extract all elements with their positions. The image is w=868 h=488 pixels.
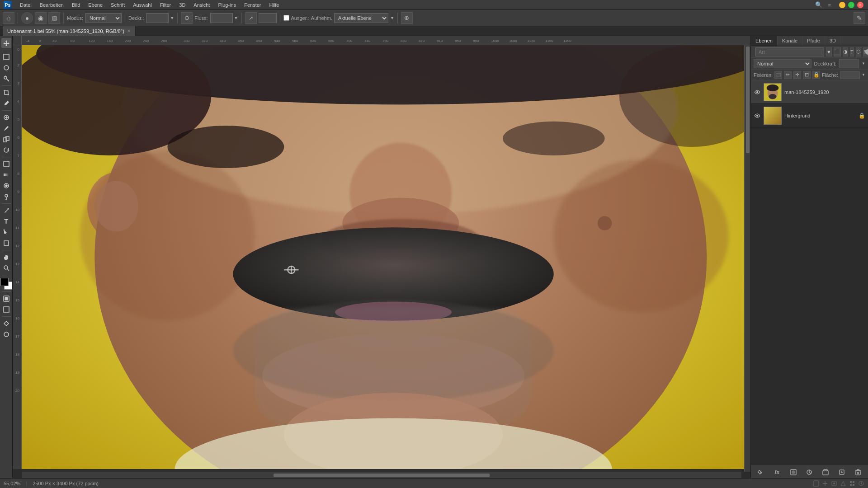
filter-type-btn[interactable]: ▼: [826, 47, 832, 56]
photo-canvas[interactable]: [22, 45, 750, 469]
tool-blur[interactable]: [1, 181, 11, 191]
toolbar-sep-5: [241, 13, 242, 23]
menu-bild[interactable]: Bild: [68, 1, 84, 9]
lock-position-btn[interactable]: ✛: [793, 71, 801, 79]
menu-auswahl[interactable]: Auswahl: [129, 1, 156, 9]
layer-1-visibility[interactable]: [754, 112, 761, 119]
airbrush-btn[interactable]: ⊙: [181, 12, 193, 24]
lock-artboard-btn[interactable]: ⊡: [803, 71, 811, 79]
layers-group-btn[interactable]: [821, 468, 830, 477]
deckkraft-input[interactable]: 100%: [146, 13, 169, 23]
tool-crop[interactable]: [1, 88, 11, 98]
clone-source-btn[interactable]: ⊕: [401, 12, 413, 24]
tool-gradient[interactable]: [1, 170, 11, 180]
extra-btn-1[interactable]: ✎: [854, 12, 865, 24]
tool-eyedropper[interactable]: [1, 99, 11, 108]
layers-mode-select[interactable]: Normal: [754, 59, 811, 68]
layers-link-btn[interactable]: [756, 468, 765, 477]
document-tab[interactable]: Unbenannt-1 bei 55% (man-1845259_1920, R…: [3, 26, 136, 36]
tool-shape[interactable]: [1, 238, 11, 248]
win-close[interactable]: ✕: [857, 2, 863, 8]
tool-move[interactable]: [1, 38, 11, 48]
canvas-area[interactable]: -4 0 40 80 120 160 200 240 280 330 370 4…: [13, 36, 750, 478]
tab-kanaele[interactable]: Kanäle: [778, 36, 802, 46]
tool-brush[interactable]: [1, 123, 11, 133]
angle-picker[interactable]: ↗: [245, 12, 257, 24]
tool-path-selection[interactable]: [1, 227, 11, 237]
tool-eraser[interactable]: [1, 159, 11, 169]
menu-ansicht[interactable]: Ansicht: [190, 1, 213, 9]
lock-image-btn[interactable]: ✏: [784, 71, 792, 79]
layer-item-0[interactable]: man-1845259_1920: [751, 80, 868, 104]
filter-correction-btn[interactable]: ◑: [843, 47, 848, 56]
tab-pfade[interactable]: Pfade: [802, 36, 825, 46]
mode-select[interactable]: Normal Multiplizieren Abwedeln: [85, 13, 122, 23]
flaeche-down[interactable]: ▼: [862, 73, 865, 77]
tool-dodge[interactable]: [1, 192, 11, 202]
filter-shape-btn[interactable]: ⬡: [856, 47, 861, 56]
tab-3d[interactable]: 3D: [825, 36, 841, 46]
tool-heal[interactable]: [1, 113, 11, 122]
tool-magic-wand[interactable]: [1, 74, 11, 84]
menu-ebene[interactable]: Ebene: [85, 1, 106, 9]
filter-text-btn[interactable]: T: [850, 47, 854, 56]
aufnehm-arrow[interactable]: ▼: [390, 16, 394, 20]
tab-close-btn[interactable]: ✕: [127, 28, 131, 33]
lock-transparent-btn[interactable]: ⬚: [774, 71, 782, 79]
flaeche-value[interactable]: 100%: [840, 71, 860, 79]
tool-extra-1[interactable]: [1, 319, 11, 328]
tool-extra-2[interactable]: [1, 329, 11, 339]
search-icon-btn[interactable]: 🔍: [815, 1, 823, 9]
menu-3d[interactable]: 3D: [175, 1, 189, 9]
brush-preset-btn[interactable]: ●: [21, 12, 33, 24]
layers-fx-btn[interactable]: fx: [773, 468, 782, 477]
home-btn[interactable]: ⌂: [3, 12, 14, 24]
deckkraft-value[interactable]: 100%: [839, 59, 859, 68]
lock-all-btn[interactable]: 🔒: [812, 71, 820, 79]
tool-quickmask[interactable]: [1, 294, 11, 304]
scrollbar-right[interactable]: [744, 45, 750, 472]
fluss-arrow[interactable]: ▼: [234, 16, 238, 20]
layers-mask-btn[interactable]: [789, 468, 798, 477]
layers-new-btn[interactable]: [837, 468, 846, 477]
menu-datei[interactable]: Datei: [16, 1, 35, 9]
tool-hand[interactable]: [1, 252, 11, 262]
filter-pixel-btn[interactable]: ⬛: [834, 47, 841, 56]
menu-schrift[interactable]: Schrift: [107, 1, 128, 9]
brush-style-btn[interactable]: ▧: [48, 12, 60, 24]
tool-history-brush[interactable]: [1, 145, 11, 155]
layer-item-1[interactable]: Hintergrund 🔒: [751, 104, 868, 127]
tool-lasso[interactable]: [1, 63, 11, 73]
tool-selection[interactable]: [1, 52, 11, 62]
angle-input[interactable]: 0°: [259, 13, 277, 23]
menu-bearbeiten[interactable]: Bearbeiten: [36, 1, 67, 9]
menu-hilfe[interactable]: Hilfe: [265, 1, 283, 9]
deckkraft-down[interactable]: ▼: [862, 61, 865, 66]
layers-adjustment-btn[interactable]: [805, 468, 814, 477]
win-maximize[interactable]: □: [848, 2, 854, 8]
deckkraft-arrow[interactable]: ▼: [170, 16, 174, 20]
foreground-color[interactable]: [0, 278, 9, 286]
tool-zoom[interactable]: [1, 263, 11, 273]
menu-plugins[interactable]: Plug-ins: [214, 1, 240, 9]
layer-0-visibility[interactable]: [754, 89, 761, 96]
layers-delete-btn[interactable]: [854, 468, 863, 477]
fluss-input[interactable]: 100%: [210, 13, 233, 23]
menu-fenster[interactable]: Fenster: [241, 1, 264, 9]
scroll-thumb-h[interactable]: [274, 474, 490, 477]
tool-change-screen[interactable]: [1, 305, 11, 314]
workspace-btn[interactable]: ≡: [826, 1, 834, 9]
scroll-thumb-v[interactable]: [746, 47, 750, 153]
layers-search-input[interactable]: [755, 47, 824, 56]
tool-clone[interactable]: [1, 134, 11, 144]
tab-ebenen[interactable]: Ebenen: [751, 36, 778, 46]
ausger-checkbox[interactable]: [283, 15, 289, 21]
canvas-viewport[interactable]: [22, 45, 750, 469]
tool-pen[interactable]: [1, 206, 11, 216]
scrollbar-bottom[interactable]: [22, 472, 741, 478]
win-minimize[interactable]: ─: [839, 2, 845, 8]
aufnehm-select[interactable]: Aktuelle Ebene: [334, 13, 388, 23]
brush-size-btn[interactable]: ◉: [35, 12, 47, 24]
menu-filter[interactable]: Filter: [156, 1, 175, 9]
tool-text[interactable]: T: [1, 216, 11, 226]
